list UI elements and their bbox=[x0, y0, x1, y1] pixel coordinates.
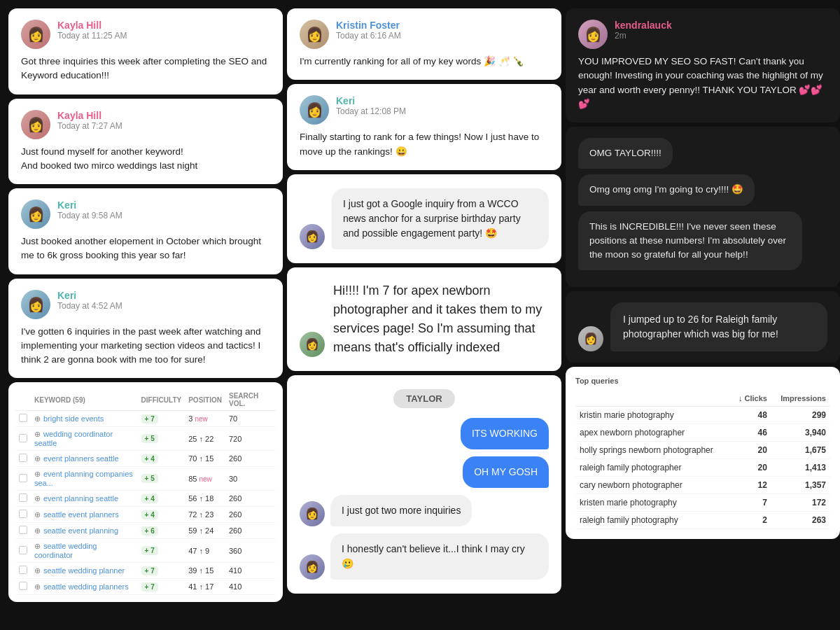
table-row: ⊕wedding coordinator seattle + 5 25 ↑ 22… bbox=[15, 427, 276, 451]
kw-position: 3 new bbox=[185, 411, 225, 427]
gsc-impressions: 1,675 bbox=[771, 442, 830, 459]
dark-bubble-omg-3: This is INCREDIBLE!!! I've never seen th… bbox=[578, 211, 802, 271]
kw-diff: + 4 bbox=[138, 491, 186, 507]
avatar-keri-3: 👩 bbox=[300, 95, 329, 125]
gsc-impressions: 299 bbox=[771, 407, 830, 424]
avatar-chat-3: 👩 bbox=[300, 501, 325, 526]
table-row: ⊕seattle wedding planner + 7 39 ↑ 15 410 bbox=[15, 563, 276, 579]
post-kristin-1: 👩 Kristin Foster Today at 6:16 AM I'm cu… bbox=[287, 8, 561, 80]
post-author-keri-2: Keri bbox=[57, 290, 122, 301]
kw-vol: 720 bbox=[225, 427, 276, 451]
kw-vol: 70 bbox=[225, 411, 276, 427]
avatar-kayla-2: 👩 bbox=[21, 110, 50, 139]
kw-col-keyword: KEYWORD (59) bbox=[31, 389, 138, 411]
checkbox[interactable] bbox=[19, 526, 27, 534]
kw-keyword: ⊕event planning seattle bbox=[31, 491, 138, 507]
checkbox[interactable] bbox=[19, 493, 27, 502]
checkbox[interactable] bbox=[19, 510, 27, 518]
gsc-clicks: 2 bbox=[731, 512, 771, 529]
kw-keyword: ⊕bright side events bbox=[31, 411, 138, 427]
kw-vol: 410 bbox=[225, 579, 276, 595]
kw-diff: + 7 bbox=[138, 539, 186, 563]
gsc-table-row: apex newborn photographer 46 3,940 bbox=[575, 424, 830, 442]
gsc-table-row: kristen marie photography 7 172 bbox=[575, 494, 830, 512]
gsc-impressions: 1,413 bbox=[771, 459, 830, 477]
dark-bubble-omg-2: Omg omg omg I'm going to cry!!!! 🤩 bbox=[578, 174, 755, 205]
kw-position: 70 ↑ 15 bbox=[185, 451, 225, 467]
avatar-kayla-1: 👩 bbox=[21, 20, 50, 49]
avatar-chat-1: 👩 bbox=[300, 224, 325, 249]
checkbox[interactable] bbox=[19, 566, 27, 574]
avatar-keri-1: 👩 bbox=[21, 200, 50, 229]
chat-raleigh-photographer: 👩 I jumped up to 26 for Raleigh family p… bbox=[566, 291, 840, 363]
post-text-kristin-1: I'm currently ranking for all of my key … bbox=[300, 55, 549, 69]
kw-diff: + 5 bbox=[138, 467, 186, 491]
avatar-keri-2: 👩 bbox=[21, 290, 50, 319]
post-keri-3: 👩 Keri Today at 12:08 PM Finally startin… bbox=[287, 84, 561, 170]
avatar-chat-2: 👩 bbox=[300, 332, 325, 357]
table-row: ⊕event planners seattle + 4 70 ↑ 15 260 bbox=[15, 451, 276, 467]
post-text-keri-1: Just booked another elopement in October… bbox=[21, 234, 270, 263]
kw-col-position: POSITION bbox=[185, 389, 225, 411]
kw-vol: 260 bbox=[225, 523, 276, 539]
kw-diff: + 4 bbox=[138, 507, 186, 523]
kw-position: 41 ↑ 17 bbox=[185, 579, 225, 595]
kw-position: 59 ↑ 24 bbox=[185, 523, 225, 539]
post-time-kristin-1: Today at 6:16 AM bbox=[336, 31, 401, 41]
chat-google-inquiry: 👩 I just got a Google inquiry from a WCC… bbox=[287, 174, 561, 263]
gsc-query: kristen marie photography bbox=[575, 494, 731, 512]
avatar-raleigh: 👩 bbox=[578, 326, 603, 351]
post-time-keri-2: Today at 4:52 AM bbox=[57, 301, 122, 311]
post-author-kendra: kendralauck bbox=[615, 20, 672, 31]
checkbox[interactable] bbox=[19, 474, 27, 482]
chat-name-label: TAYLOR bbox=[393, 389, 454, 408]
gsc-query: raleigh family photographer bbox=[575, 459, 731, 477]
gsc-impressions: 3,940 bbox=[771, 424, 830, 442]
chat-apex-newborn: 👩 Hi!!!! I'm 7 for apex newborn photogra… bbox=[287, 267, 561, 371]
checkbox[interactable] bbox=[19, 546, 27, 554]
checkbox[interactable] bbox=[19, 454, 27, 462]
gsc-table-row: kristin marie photography 48 299 bbox=[575, 407, 830, 424]
kw-position: 85 new bbox=[185, 467, 225, 491]
checkbox[interactable] bbox=[19, 414, 27, 422]
gsc-clicks: 12 bbox=[731, 477, 771, 494]
post-text-kendra: YOU IMPROVED MY SEO SO FAST! Can't thank… bbox=[578, 55, 827, 111]
kw-diff: + 5 bbox=[138, 427, 186, 451]
kw-vol: 260 bbox=[225, 507, 276, 523]
gsc-header: Top queries bbox=[575, 377, 830, 385]
kw-col-searchvol: SEARCH VOL. bbox=[225, 389, 276, 411]
kw-keyword: ⊕event planning companies sea... bbox=[31, 467, 138, 491]
post-keri-1: 👩 Keri Today at 9:58 AM Just booked anot… bbox=[8, 188, 283, 274]
keyword-table-card: KEYWORD (59) DIFFICULTY POSITION SEARCH … bbox=[8, 382, 283, 602]
gsc-query: cary newborn photographer bbox=[575, 477, 731, 494]
table-row: ⊕event planning companies sea... + 5 85 … bbox=[15, 467, 276, 491]
post-time-kendra: 2m bbox=[615, 31, 672, 41]
post-author-kristin-1: Kristin Foster bbox=[336, 20, 401, 31]
checkbox[interactable] bbox=[19, 434, 27, 442]
kw-keyword: ⊕seattle wedding planner bbox=[31, 563, 138, 579]
chat-text-apex: Hi!!!! I'm 7 for apex newborn photograph… bbox=[333, 281, 549, 357]
chat-omg-taylor: OMG TAYLOR!!!! Omg omg omg I'm going to … bbox=[566, 127, 840, 287]
kw-col-difficulty: DIFFICULTY bbox=[138, 389, 186, 411]
kw-vol: 30 bbox=[225, 467, 276, 491]
table-row: ⊕seattle wedding planners + 7 41 ↑ 17 41… bbox=[15, 579, 276, 595]
chat-bubble-oh-my-gosh: OH MY GOSH bbox=[463, 456, 549, 488]
kw-keyword: ⊕seattle event planning bbox=[31, 523, 138, 539]
kw-keyword: ⊕seattle wedding coordinator bbox=[31, 539, 138, 563]
kw-keyword: ⊕seattle event planners bbox=[31, 507, 138, 523]
kw-position: 25 ↑ 22 bbox=[185, 427, 225, 451]
post-text-kayla-2b: And booked two mirco weddings last night bbox=[21, 159, 270, 173]
post-kayla-1: 👩 Kayla Hill Today at 11:25 AM Got three… bbox=[8, 8, 283, 94]
post-text-kayla-2a: Just found myself for another keyword! bbox=[21, 145, 270, 159]
kw-diff: + 4 bbox=[138, 451, 186, 467]
gsc-col-clicks: ↓ Clicks bbox=[731, 391, 771, 407]
gsc-clicks: 48 bbox=[731, 407, 771, 424]
avatar-chat-4: 👩 bbox=[300, 554, 325, 580]
gsc-table-row: raleigh family photography 2 263 bbox=[575, 512, 830, 529]
post-time-kayla-1: Today at 11:25 AM bbox=[57, 31, 127, 41]
gsc-table-row: raleigh family photographer 20 1,413 bbox=[575, 459, 830, 477]
checkbox[interactable] bbox=[19, 582, 27, 590]
kw-diff: + 7 bbox=[138, 411, 186, 427]
kw-vol: 260 bbox=[225, 491, 276, 507]
kw-diff: + 6 bbox=[138, 523, 186, 539]
